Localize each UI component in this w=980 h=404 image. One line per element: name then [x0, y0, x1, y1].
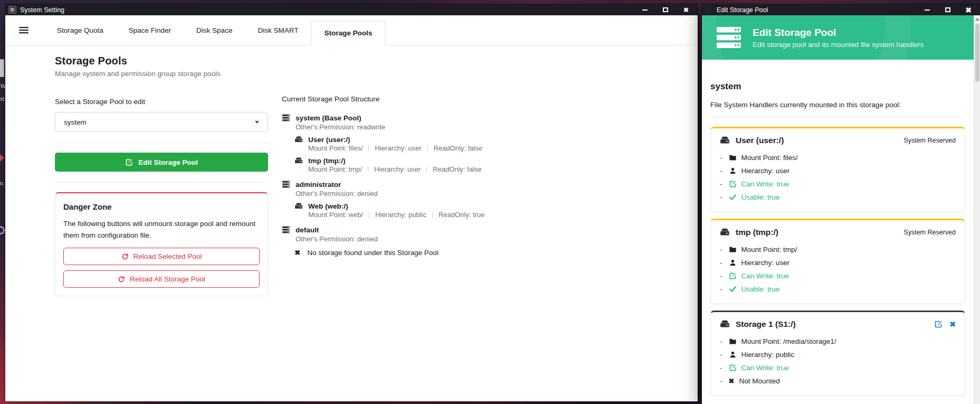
usable-row: Usable: true — [720, 283, 956, 296]
folder-icon — [729, 154, 737, 162]
pool-node-system: system (Base Pool) Other's Permission: r… — [282, 114, 609, 173]
hdd-icon — [294, 202, 303, 210]
tab-disk-smart[interactable]: Disk SMART — [245, 21, 311, 40]
x-icon: ✖ — [729, 378, 735, 384]
hierarchy-row: Hierarchy: user — [720, 256, 956, 269]
handler-card-user: User (user:/) System Reserved Mount Poin… — [710, 127, 965, 212]
handler-node: tmp (tmp:/) Mount Point: tmp/ Hierarchy:… — [294, 156, 609, 173]
handler-name: Web (web:/) — [308, 202, 348, 210]
pool-permission: Other's Permission: readwrite — [296, 123, 609, 131]
pool-name: default — [296, 226, 319, 234]
danger-zone-description: The following buttons will unmount stora… — [63, 218, 260, 241]
danger-zone-card: Danger Zone The following buttons will u… — [55, 192, 268, 296]
refresh-icon — [118, 276, 125, 283]
tab-storage-quota[interactable]: Storage Quota — [44, 21, 116, 40]
edit-storage-pool-button[interactable]: Edit Storage Pool — [55, 153, 268, 172]
handler-readonly: ReadOnly: false — [433, 165, 482, 173]
maximize-button[interactable] — [939, 4, 956, 15]
desktop-icon-fragment — [0, 154, 4, 162]
close-button[interactable]: ✖ — [678, 4, 694, 15]
tab-bar: Storage Quota Space Finder Disk Space Di… — [5, 15, 698, 45]
can-write-row: Can Write: true — [720, 269, 956, 283]
check-icon — [729, 193, 737, 201]
close-button[interactable]: ✖ — [960, 4, 977, 15]
scroll-up-icon[interactable] — [975, 18, 979, 21]
menu-icon[interactable] — [705, 7, 713, 13]
handler-card-storage1: Storage 1 (S1:/) ✖ Mount Point: /media/s… — [710, 311, 965, 396]
handler-name: tmp (tmp:/) — [308, 157, 345, 165]
user-icon — [729, 259, 737, 267]
hdd-icon — [720, 135, 730, 145]
server-icon — [716, 26, 742, 49]
edit-window-titlebar[interactable]: Edit Storage Pool ✖ — [702, 4, 980, 15]
storage-pool-structure: Current Storage Pool Structure system (B… — [282, 95, 609, 264]
user-icon — [729, 351, 737, 359]
mount-point-row: Mount Point: tmp/ — [720, 243, 956, 256]
handler-name: User (user:/) — [308, 136, 350, 144]
edit-icon — [125, 158, 133, 166]
menu-icon[interactable] — [19, 26, 28, 34]
hdd-icon — [720, 319, 730, 329]
pool-name: system (Base Pool) — [296, 114, 361, 122]
system-setting-titlebar[interactable]: ⚙ System Setting ✖ — [5, 4, 698, 15]
tab-space-finder[interactable]: Space Finder — [116, 21, 184, 40]
hierarchy-row: Hierarchy: user — [720, 164, 956, 177]
window-title: System Setting — [20, 6, 64, 14]
handler-readonly: ReadOnly: false — [433, 144, 482, 152]
check-icon — [729, 285, 737, 293]
scrollbar[interactable] — [974, 15, 980, 404]
edit-icon — [729, 364, 737, 372]
handler-hierarchy: Hierarchy: user — [374, 165, 421, 173]
hdd-icon — [294, 156, 303, 165]
handler-readonly: ReadOnly: true — [439, 211, 484, 219]
server-icon — [282, 180, 290, 189]
system-reserved-badge: System Reserved — [903, 137, 956, 144]
handler-node: Web (web:/) Mount Point: web/ Hierarchy:… — [294, 202, 609, 219]
handler-hierarchy: Hierarchy: user — [375, 144, 421, 152]
tab-storage-pools[interactable]: Storage Pools — [311, 21, 385, 45]
handler-card-title: tmp (tmp:/) — [736, 228, 778, 237]
tab-disk-space[interactable]: Disk Space — [184, 21, 245, 40]
gear-icon: ⚙ — [8, 6, 16, 14]
desktop-icon-label: n. — [0, 181, 4, 186]
reload-selected-pool-button[interactable]: Reload Selected Pool — [63, 248, 260, 265]
not-mounted-row: ✖ Not Mounted — [720, 374, 956, 388]
desktop-icon-label: xt — [0, 96, 4, 102]
pool-permission: Other's Permission: denied — [296, 190, 609, 198]
edit-icon — [729, 272, 737, 280]
folder-icon — [729, 246, 737, 253]
handler-card-title: Storage 1 (S1:/) — [736, 320, 796, 329]
hdd-icon — [720, 227, 730, 237]
pool-select-label: Select a Storage Pool to edit — [55, 98, 268, 106]
server-icon — [282, 226, 290, 234]
edit-handler-icon[interactable] — [934, 320, 943, 328]
danger-zone-title: Danger Zone — [63, 202, 260, 211]
edit-pool-banner: Edit Storage Pool Edit storage pool and … — [702, 15, 974, 60]
refresh-icon — [121, 253, 129, 260]
desktop-icon-fragment — [0, 226, 5, 234]
minimize-button[interactable] — [636, 4, 653, 15]
mount-point-row: Mount Point: files/ — [720, 151, 956, 164]
minimize-button[interactable] — [919, 4, 936, 15]
scrollbar-thumb[interactable] — [975, 24, 979, 82]
banner-title: Edit Storage Pool — [753, 27, 924, 39]
reload-all-storage-pool-button[interactable]: Reload All Storage Pool — [63, 270, 260, 288]
edit-icon — [729, 180, 737, 188]
handler-card-title: User (user:/) — [736, 136, 784, 145]
system-setting-window: ⚙ System Setting ✖ Storage Quota Space F… — [5, 4, 698, 401]
can-write-row: Can Write: true — [720, 177, 956, 191]
chevron-down-icon — [255, 121, 259, 124]
maximize-button[interactable] — [657, 4, 674, 15]
hierarchy-row: Hierarchy: public — [720, 348, 956, 361]
can-write-row: Can Write: true — [720, 361, 956, 374]
mount-point-row: Mount Point: /media/storage1/ — [720, 335, 956, 348]
remove-handler-icon[interactable]: ✖ — [949, 321, 956, 328]
page-subtitle: Manage system and permission group stora… — [55, 70, 268, 78]
pool-permission: Other's Permission: denied — [296, 235, 609, 243]
selected-pool-name: system — [710, 81, 965, 92]
usable-row: Usable: true — [720, 191, 956, 204]
banner-subtitle: Edit storage pool and its mounted file s… — [753, 41, 924, 49]
pool-select-value: system — [64, 118, 87, 126]
pool-select-dropdown[interactable]: system — [55, 112, 268, 132]
handler-node: User (user:/) Mount Point: files/ Hierar… — [294, 135, 609, 152]
